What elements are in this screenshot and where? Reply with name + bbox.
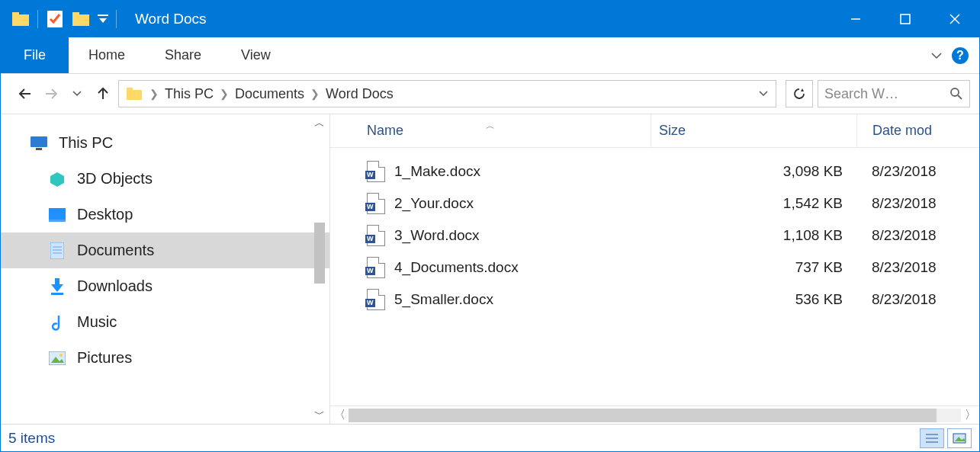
up-button[interactable] bbox=[92, 83, 114, 104]
scroll-track[interactable] bbox=[349, 409, 961, 422]
file-name-label: 4_Documents.docx bbox=[394, 259, 519, 276]
file-size: 737 KB bbox=[651, 259, 856, 276]
window-title: Word Docs bbox=[135, 11, 207, 27]
new-folder-icon[interactable] bbox=[72, 10, 90, 28]
svg-rect-18 bbox=[31, 136, 47, 147]
breadcrumb-word-docs[interactable]: Word Docs bbox=[323, 86, 397, 102]
svg-marker-20 bbox=[50, 172, 64, 187]
svg-rect-19 bbox=[36, 148, 42, 150]
help-icon[interactable]: ? bbox=[952, 47, 969, 64]
svg-marker-6 bbox=[99, 18, 107, 23]
back-button[interactable] bbox=[14, 83, 36, 104]
window-controls bbox=[831, 1, 979, 37]
sort-ascending-icon: ︿ bbox=[486, 120, 495, 133]
file-date: 8/23/2018 bbox=[856, 195, 979, 212]
svg-point-16 bbox=[951, 88, 959, 96]
forward-button[interactable] bbox=[40, 83, 62, 104]
search-placeholder: Search W… bbox=[824, 86, 949, 102]
quick-access-toolbar bbox=[1, 10, 124, 28]
docx-icon: W bbox=[367, 161, 385, 182]
tree-item-music[interactable]: Music bbox=[1, 304, 329, 340]
explorer-window: Word Docs File Home Share View ? ❯ This … bbox=[0, 0, 980, 452]
thumbnails-view-button[interactable] bbox=[947, 428, 972, 448]
tree-label: Desktop bbox=[77, 206, 133, 223]
cube-icon bbox=[48, 170, 66, 188]
svg-marker-27 bbox=[51, 278, 63, 292]
file-row[interactable]: W4_Documents.docx737 KB8/23/2018 bbox=[330, 252, 979, 284]
svg-line-17 bbox=[958, 95, 962, 99]
tree-item-downloads[interactable]: Downloads bbox=[1, 268, 329, 304]
scroll-thumb[interactable] bbox=[314, 223, 325, 284]
breadcrumb-this-pc[interactable]: This PC bbox=[162, 86, 217, 102]
svg-rect-21 bbox=[49, 208, 66, 220]
scroll-thumb[interactable] bbox=[349, 409, 937, 422]
file-size: 1,108 KB bbox=[651, 227, 856, 244]
tree-item-desktop[interactable]: Desktop bbox=[1, 197, 329, 232]
address-dropdown-icon[interactable] bbox=[759, 91, 768, 97]
search-icon bbox=[949, 87, 963, 101]
tab-share[interactable]: Share bbox=[145, 37, 221, 73]
file-row[interactable]: W1_Make.docx3,098 KB8/23/2018 bbox=[330, 155, 979, 188]
docx-icon: W bbox=[367, 289, 385, 310]
file-name-label: 3_Word.docx bbox=[394, 227, 480, 244]
tree-item-3d-objects[interactable]: 3D Objects bbox=[1, 161, 329, 197]
file-size: 1,542 KB bbox=[651, 195, 856, 212]
customize-qat-dropdown[interactable] bbox=[98, 10, 108, 28]
nav-scrollbar[interactable]: ︿ ﹀ bbox=[311, 116, 328, 422]
folder-icon[interactable] bbox=[11, 10, 30, 28]
address-bar[interactable]: ❯ This PC ❯ Documents ❯ Word Docs bbox=[118, 80, 776, 107]
tree-item-this-pc[interactable]: This PC bbox=[1, 125, 329, 161]
svg-rect-15 bbox=[127, 88, 133, 91]
view-toggles bbox=[920, 428, 972, 448]
close-button[interactable] bbox=[930, 1, 979, 37]
tree-label: 3D Objects bbox=[77, 170, 153, 188]
chevron-right-icon[interactable]: ❯ bbox=[307, 88, 323, 100]
properties-icon[interactable] bbox=[46, 10, 64, 28]
details-view-button[interactable] bbox=[920, 428, 944, 448]
file-row[interactable]: W5_Smaller.docx536 KB8/23/2018 bbox=[330, 284, 979, 316]
tree-item-pictures[interactable]: Pictures bbox=[1, 340, 329, 376]
column-header-size[interactable]: Size bbox=[651, 114, 856, 147]
chevron-right-icon[interactable]: ❯ bbox=[217, 88, 232, 100]
breadcrumb-documents[interactable]: Documents bbox=[232, 86, 307, 102]
scroll-left-icon[interactable]: 〈 bbox=[330, 408, 349, 422]
search-input[interactable]: Search W… bbox=[818, 80, 970, 107]
file-date: 8/23/2018 bbox=[856, 163, 979, 180]
svg-rect-8 bbox=[901, 14, 910, 24]
ribbon-expand-icon[interactable] bbox=[930, 52, 943, 59]
divider bbox=[37, 10, 38, 28]
ribbon-tabs: File Home Share View ? bbox=[1, 37, 979, 74]
chevron-right-icon[interactable]: ❯ bbox=[146, 88, 162, 100]
file-name-label: 2_Your.docx bbox=[394, 195, 474, 212]
title-bar: Word Docs bbox=[1, 1, 979, 37]
pictures-icon bbox=[48, 349, 66, 367]
scroll-up-icon[interactable]: ︿ bbox=[311, 116, 328, 131]
content-area: This PC 3D Objects Desktop Documents Dow… bbox=[1, 114, 979, 424]
column-header-name[interactable]: ︿ Name bbox=[330, 123, 651, 139]
tab-view[interactable]: View bbox=[221, 37, 291, 73]
tree-view: This PC 3D Objects Desktop Documents Dow… bbox=[1, 114, 329, 376]
monitor-icon bbox=[30, 134, 48, 152]
scroll-right-icon[interactable]: 〉 bbox=[961, 408, 979, 422]
tree-label: This PC bbox=[59, 134, 113, 152]
svg-rect-28 bbox=[51, 293, 63, 295]
column-header-date[interactable]: Date mod bbox=[856, 114, 979, 147]
document-icon bbox=[48, 242, 66, 260]
address-bar-row: ❯ This PC ❯ Documents ❯ Word Docs Search… bbox=[1, 74, 979, 114]
file-row[interactable]: W3_Word.docx1,108 KB8/23/2018 bbox=[330, 220, 979, 252]
minimize-button[interactable] bbox=[831, 1, 880, 37]
refresh-button[interactable] bbox=[786, 80, 813, 107]
tab-file[interactable]: File bbox=[1, 37, 69, 73]
svg-rect-23 bbox=[50, 242, 64, 259]
file-list: W1_Make.docx3,098 KB8/23/2018W2_Your.doc… bbox=[330, 148, 979, 406]
recent-locations-dropdown[interactable] bbox=[66, 83, 88, 104]
docx-icon: W bbox=[367, 225, 385, 246]
tab-home[interactable]: Home bbox=[69, 37, 145, 73]
file-date: 8/23/2018 bbox=[856, 227, 979, 244]
tree-item-documents[interactable]: Documents bbox=[1, 232, 329, 268]
horizontal-scrollbar[interactable]: 〈 〉 bbox=[330, 406, 979, 424]
scroll-down-icon[interactable]: ﹀ bbox=[311, 407, 328, 422]
maximize-button[interactable] bbox=[880, 1, 930, 37]
tree-label: Pictures bbox=[77, 349, 132, 367]
file-row[interactable]: W2_Your.docx1,542 KB8/23/2018 bbox=[330, 188, 979, 220]
